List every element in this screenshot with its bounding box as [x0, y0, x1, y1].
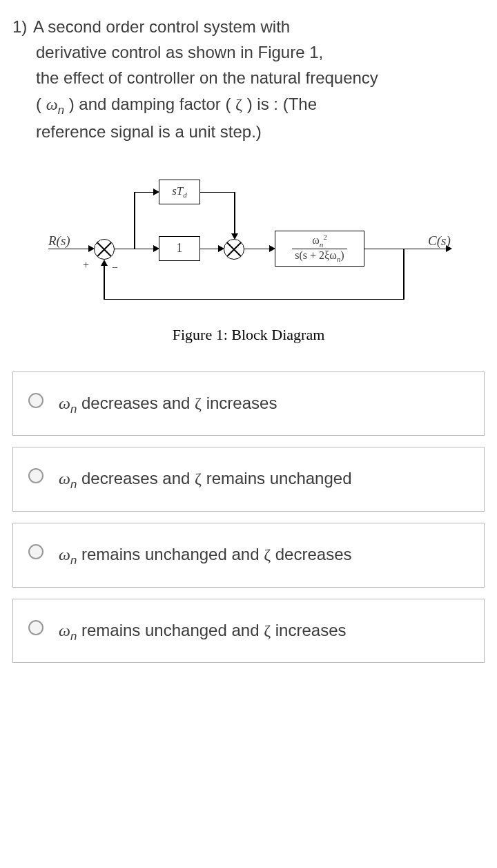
omega-sub: n [70, 630, 77, 643]
q-line3: the effect of controller on the natural … [36, 68, 378, 87]
opt-a-mid: decreases and [77, 394, 195, 412]
plant-num-sym: ω [312, 235, 320, 247]
zeta-symbol: ζ [195, 470, 202, 488]
c-label: C(s) [428, 231, 451, 251]
line [115, 249, 155, 250]
omega-sub: n [70, 478, 77, 491]
line [200, 192, 235, 193]
radio-icon[interactable] [28, 544, 43, 559]
plant-num-sup: 2 [323, 233, 327, 241]
line [48, 249, 90, 250]
opt-c-mid: remains unchanged and [77, 545, 264, 563]
opt-b-mid: decreases and [77, 469, 195, 488]
line [134, 192, 155, 193]
radio-icon[interactable] [28, 620, 43, 635]
option-b[interactable]: ωn decreases and ζ remains unchanged [12, 447, 485, 512]
td-sub: d [183, 191, 187, 199]
figure-caption: Figure 1: Block Diagram [12, 323, 485, 347]
option-d[interactable]: ωn remains unchanged and ζ increases [12, 599, 485, 664]
block-diagram: R(s) + − 1 sTd [35, 164, 462, 316]
figure: R(s) + − 1 sTd [12, 164, 485, 347]
plant-den-a: s(s + 2ξω [295, 249, 336, 261]
arrow-icon [101, 260, 108, 266]
zeta-symbol: ζ [264, 621, 271, 639]
q-line4a: ( [36, 95, 46, 113]
plant-block: ωn2 s(s + 2ξωn) [275, 231, 364, 267]
line [403, 249, 405, 300]
line [104, 264, 105, 300]
question-number: 1) [12, 14, 33, 39]
gain-block: 1 [159, 236, 200, 261]
omega-sub: n [70, 554, 77, 567]
zeta-symbol: ζ [195, 394, 202, 412]
opt-b-post: remains unchanged [202, 469, 351, 488]
plant-num-sub: n [320, 240, 324, 249]
opt-d-mid: remains unchanged and [77, 621, 264, 639]
line [234, 192, 235, 235]
q-line4c: ) is : (The [242, 95, 317, 113]
line [200, 249, 220, 250]
options-list: ωn decreases and ζ increases ωn decrease… [12, 372, 485, 664]
td-label: sT [172, 184, 183, 197]
q-line5: reference signal is a unit step.) [36, 122, 262, 141]
line [244, 249, 271, 250]
option-a[interactable]: ωn decreases and ζ increases [12, 372, 485, 436]
q-line1: A second order control system with [33, 17, 290, 36]
omega-symbol: ω [59, 621, 70, 639]
gain-value: 1 [177, 239, 183, 258]
q-line4b: ) and damping factor ( [64, 95, 235, 113]
opt-d-post: increases [271, 621, 346, 639]
arrow-icon [153, 189, 159, 195]
omega-symbol: ω [59, 470, 70, 488]
line [104, 299, 404, 300]
option-c[interactable]: ωn remains unchanged and ζ decreases [12, 523, 485, 588]
zeta-symbol: ζ [235, 95, 242, 113]
opt-c-post: decreases [271, 545, 351, 563]
summing-junction-1 [94, 239, 115, 260]
minus-sign: − [112, 260, 118, 277]
omega-symbol: ω [59, 546, 70, 563]
omega-sub: n [70, 402, 77, 415]
radio-icon[interactable] [28, 468, 43, 483]
omega-symbol: ω [46, 95, 58, 113]
radio-icon[interactable] [28, 393, 43, 408]
derivative-block: sTd [159, 180, 200, 204]
line [134, 192, 135, 249]
omega-symbol: ω [59, 394, 70, 412]
question-text: 1)A second order control system with der… [12, 14, 485, 145]
plant-den-b: ) [340, 249, 344, 261]
plus-sign: + [83, 257, 89, 274]
omega-sub: n [58, 103, 64, 116]
zeta-symbol: ζ [264, 546, 271, 563]
summing-junction-2 [224, 239, 244, 260]
opt-a-post: increases [202, 394, 277, 412]
q-line2: derivative control as shown in Figure 1, [36, 43, 323, 61]
